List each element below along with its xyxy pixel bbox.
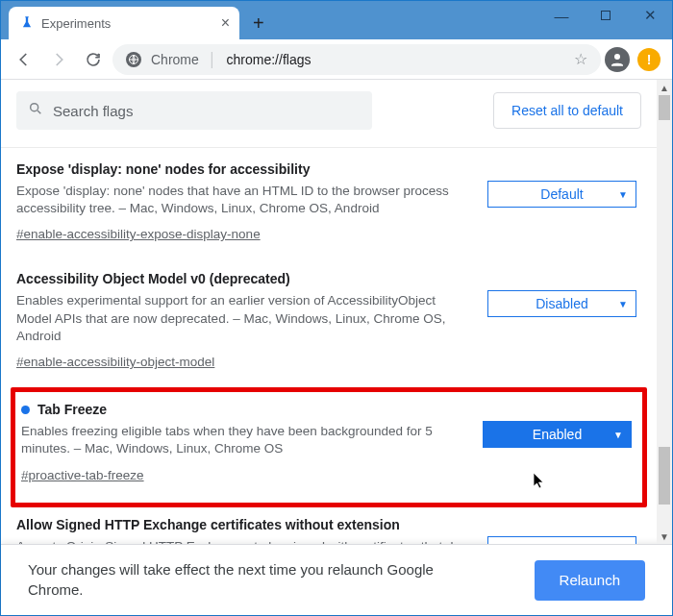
flask-icon [20,15,34,32]
search-placeholder: Search flags [53,103,133,119]
flag-description: Accepts Origin-Signed HTTP Exchanges to … [16,538,468,544]
flag-title: Expose 'display: none' nodes for accessi… [16,161,468,177]
svg-point-1 [614,54,620,60]
url-text: chrome://flags [227,52,312,67]
svg-point-2 [31,104,38,111]
site-info-icon[interactable] [126,52,141,67]
reset-all-button[interactable]: Reset all to default [493,92,641,129]
browser-toolbar: Chrome │ chrome://flags ☆ ! [1,39,672,80]
profile-avatar[interactable] [605,47,630,72]
window-controls: — ✕ [539,1,672,30]
relaunch-footer: Your changes will take effect the next t… [1,544,672,615]
flag-title: Accessibility Object Model v0 (deprecate… [16,271,468,286]
flag-description: Enables experimental support for an earl… [16,292,468,345]
footer-message: Your changes will take effect the next t… [28,560,480,600]
url-separator: │ [209,52,217,67]
flag-item: Tab Freeze Enables freezing eligible tab… [21,396,636,482]
url-scheme-label: Chrome [151,52,199,67]
page-content: Search flags Reset all to default Expose… [1,80,672,544]
scrollbar-thumb[interactable] [659,95,670,120]
address-bar[interactable]: Chrome │ chrome://flags ☆ [112,44,601,75]
cursor-icon [533,472,546,493]
scrollbar-thumb[interactable] [659,447,670,505]
flag-title: Tab Freeze [21,402,463,417]
menu-warning-icon[interactable]: ! [637,48,661,71]
highlight-box: Tab Freeze Enables freezing eligible tab… [11,387,647,506]
flag-description: Expose 'display: none' nodes that have a… [16,183,468,217]
relaunch-button[interactable]: Relaunch [535,560,645,601]
flag-description: Enables freezing eligible tabs when they… [21,423,463,457]
back-button[interactable] [9,44,39,75]
forward-button[interactable] [43,44,74,75]
flag-select[interactable]: Enabled ▼ [483,421,632,448]
search-icon [28,101,43,120]
close-window-button[interactable]: ✕ [628,1,672,30]
vertical-scrollbar[interactable]: ▲ ▼ [657,80,672,544]
tab-title: Experiments [41,16,213,31]
flag-anchor-link[interactable]: #proactive-tab-freeze [21,468,144,482]
chevron-down-icon: ▼ [618,299,628,309]
new-tab-button[interactable]: + [239,7,278,39]
flag-item: Expose 'display: none' nodes for accessi… [16,148,641,258]
maximize-button[interactable] [584,1,628,30]
minimize-button[interactable]: — [539,1,584,30]
modified-dot-icon [21,406,30,414]
flag-anchor-link[interactable]: #enable-accessibility-expose-display-non… [16,227,261,241]
flag-anchor-link[interactable]: #enable-accessibility-object-model [16,355,214,369]
scroll-up-icon[interactable]: ▲ [657,80,672,95]
close-tab-icon[interactable]: × [221,15,230,31]
reload-button[interactable] [78,44,109,75]
chevron-down-icon: ▼ [618,189,628,200]
flag-item: Allow Signed HTTP Exchange certificates … [16,513,641,544]
bookmark-star-icon[interactable]: ☆ [574,50,587,68]
chevron-down-icon: ▼ [613,430,623,440]
flag-title: Allow Signed HTTP Exchange certificates … [16,517,468,532]
flag-item: Accessibility Object Model v0 (deprecate… [16,258,641,385]
titlebar: Experiments × + — ✕ [1,1,672,39]
scroll-down-icon[interactable]: ▼ [657,529,672,544]
flag-select[interactable]: Disabled ▼ [487,290,636,317]
browser-tab[interactable]: Experiments × [9,7,239,39]
flag-select[interactable]: Default ▼ [487,181,636,208]
search-flags-input[interactable]: Search flags [16,91,372,130]
flag-select[interactable]: Default ▼ [487,536,636,544]
